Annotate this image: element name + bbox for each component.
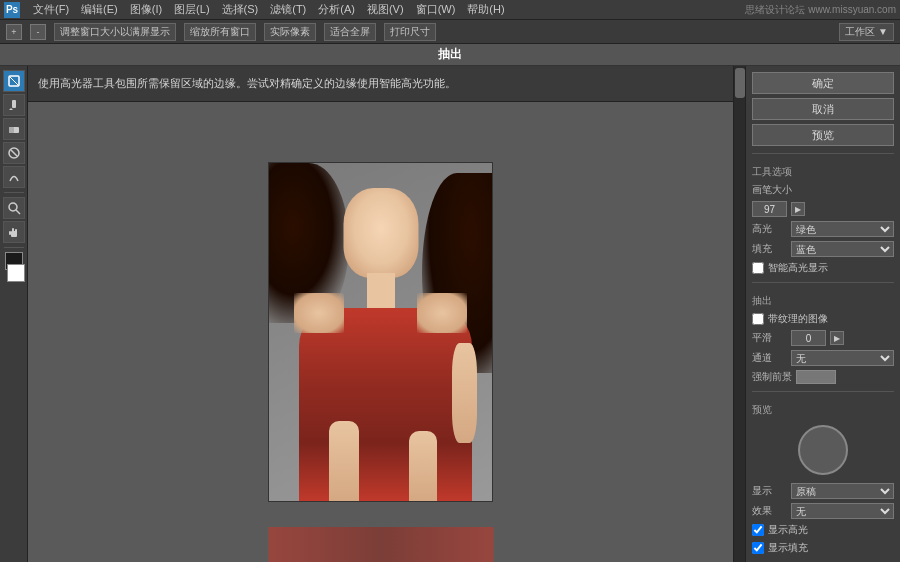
edge-touchup-tool[interactable]: [3, 166, 25, 188]
instruction-bar: 使用高光器工具包围所需保留区域的边缘。尝试对精确定义的边缘使用智能高光功能。: [28, 66, 733, 102]
highlight-label: 高光: [752, 222, 787, 236]
show-select[interactable]: 原稿: [791, 483, 894, 499]
zoom-out-icon[interactable]: -: [30, 24, 46, 40]
ps-logo: Ps: [4, 2, 20, 18]
cancel-button[interactable]: 取消: [752, 98, 894, 120]
menu-layer[interactable]: 图层(L): [171, 2, 212, 17]
instruction-text: 使用高光器工具包围所需保留区域的边缘。尝试对精确定义的边缘使用智能高光功能。: [38, 76, 456, 91]
show-row: 显示 原稿: [752, 483, 894, 499]
menu-analyze[interactable]: 分析(A): [315, 2, 358, 17]
bottom-strip: [268, 527, 493, 562]
top-toolbar: + - 调整窗口大小以满屏显示 缩放所有窗口 实际像素 适合全屏 打印尺寸 工作…: [0, 20, 900, 44]
show-label: 显示: [752, 484, 787, 498]
show-fill-label: 显示填充: [768, 541, 808, 555]
zoom-tool[interactable]: [3, 197, 25, 219]
show-highlight-label: 显示高光: [768, 523, 808, 537]
zoom-all-btn[interactable]: 缩放所有窗口: [184, 23, 256, 41]
menu-select[interactable]: 选择(S): [219, 2, 262, 17]
menu-help[interactable]: 帮助(H): [464, 2, 507, 17]
menu-view[interactable]: 视图(V): [364, 2, 407, 17]
actual-pixels-btn[interactable]: 实际像素: [264, 23, 316, 41]
smooth-increase[interactable]: ▶: [830, 331, 844, 345]
textured-image-checkbox[interactable]: [752, 313, 764, 325]
watermark: 思绪设计论坛 www.missyuan.com: [745, 3, 896, 17]
result-select[interactable]: 无: [791, 503, 894, 519]
extract-section-label: 抽出: [752, 294, 894, 308]
brush-size-row: 画笔大小: [752, 183, 894, 197]
svg-line-1: [9, 76, 19, 86]
menu-image[interactable]: 图像(I): [127, 2, 165, 17]
vertical-scrollbar[interactable]: [733, 66, 745, 562]
svg-line-6: [11, 150, 17, 156]
fill-tool[interactable]: [3, 94, 25, 116]
smooth-label: 平滑: [752, 331, 787, 345]
brush-size-increase[interactable]: ▶: [791, 202, 805, 216]
confirm-button[interactable]: 确定: [752, 72, 894, 94]
force-bg-row: 强制前景: [752, 370, 894, 384]
tool-divider-2: [4, 247, 24, 248]
highlight-row: 高光 绿色: [752, 221, 894, 237]
zoom-in-icon[interactable]: +: [6, 24, 22, 40]
cleanup-tool[interactable]: [3, 142, 25, 164]
fit-window-btn[interactable]: 调整窗口大小以满屏显示: [54, 23, 176, 41]
fill-select[interactable]: 蓝色: [791, 241, 894, 257]
channel-select[interactable]: 无: [791, 350, 894, 366]
svg-rect-2: [12, 100, 16, 108]
svg-rect-12: [9, 231, 11, 235]
portrait-bg: [269, 163, 492, 501]
dialog-title: 抽出: [0, 44, 900, 66]
smooth-row: 平滑 ▶: [752, 330, 894, 346]
dress: [299, 308, 472, 501]
divider-3: [752, 391, 894, 392]
face: [343, 188, 418, 278]
smart-highlight-label: 智能高光显示: [768, 261, 828, 275]
menu-bar: Ps 文件(F) 编辑(E) 图像(I) 图层(L) 选择(S) 滤镜(T) 分…: [0, 0, 900, 20]
menu-window[interactable]: 窗口(W): [413, 2, 459, 17]
tool-options-label: 工具选项: [752, 165, 894, 179]
svg-rect-10: [12, 228, 14, 233]
show-fill-checkbox[interactable]: [752, 542, 764, 554]
fit-screen-btn[interactable]: 适合全屏: [324, 23, 376, 41]
menu-file[interactable]: 文件(F): [30, 2, 72, 17]
brush-size-label: 画笔大小: [752, 183, 792, 197]
preview-button[interactable]: 预览: [752, 124, 894, 146]
background-color[interactable]: [7, 264, 25, 282]
svg-rect-11: [15, 229, 17, 233]
neck: [367, 273, 395, 313]
print-size-btn[interactable]: 打印尺寸: [384, 23, 436, 41]
right-panel: 确定 取消 预览 工具选项 画笔大小 ▶ 高光 绿色 填充 蓝色 智能高光显示: [745, 66, 900, 562]
workspace-btn[interactable]: 工作区 ▼: [839, 23, 894, 41]
main-layout: 使用高光器工具包围所需保留区域的边缘。尝试对精确定义的边缘使用智能高光功能。: [0, 66, 900, 562]
smart-highlight-row: 智能高光显示: [752, 261, 894, 275]
hand-tool[interactable]: [3, 221, 25, 243]
highlight-tool[interactable]: [3, 70, 25, 92]
scrollbar-thumb[interactable]: [735, 68, 745, 98]
show-highlight-row: 显示高光: [752, 523, 894, 537]
result-row: 效果 无: [752, 503, 894, 519]
textured-image-label: 带纹理的图像: [768, 312, 828, 326]
photo-canvas: [268, 162, 493, 502]
preview-circle: [798, 425, 848, 475]
divider-2: [752, 282, 894, 283]
force-bg-label: 强制前景: [752, 370, 792, 384]
leg-right: [409, 431, 437, 501]
tools-panel: [0, 66, 28, 562]
force-bg-swatch[interactable]: [796, 370, 836, 384]
menu-filter[interactable]: 滤镜(T): [267, 2, 309, 17]
highlight-select[interactable]: 绿色: [791, 221, 894, 237]
smart-highlight-checkbox[interactable]: [752, 262, 764, 274]
textured-image-row: 带纹理的图像: [752, 312, 894, 326]
eraser-tool[interactable]: [3, 118, 25, 140]
canvas-content[interactable]: [28, 102, 733, 562]
brush-size-input[interactable]: [752, 201, 787, 217]
full-width-canvas: 使用高光器工具包围所需保留区域的边缘。尝试对精确定义的边缘使用智能高光功能。: [28, 66, 733, 562]
preview-section-label: 预览: [752, 403, 894, 417]
svg-rect-4: [9, 127, 14, 133]
fill-label: 填充: [752, 242, 787, 256]
arm: [452, 343, 477, 443]
leg-left: [329, 421, 359, 501]
menu-edit[interactable]: 编辑(E): [78, 2, 121, 17]
show-highlight-checkbox[interactable]: [752, 524, 764, 536]
channel-label: 通道: [752, 351, 787, 365]
smooth-input[interactable]: [791, 330, 826, 346]
